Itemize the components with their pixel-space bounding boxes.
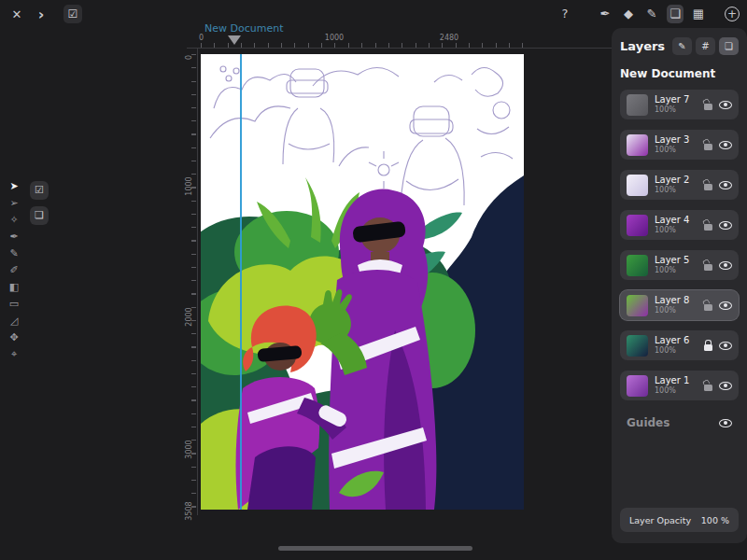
vertical-ruler: 0 1000 2000 3000 3508: [183, 49, 198, 515]
layer-opacity: 100%: [655, 226, 698, 235]
layer-thumbnail: [627, 335, 648, 357]
zoom-tool[interactable]: ⌖: [7, 347, 21, 361]
ruler-label: 0: [199, 34, 204, 42]
horizontal-scrollbar[interactable]: [278, 546, 472, 551]
top-toolbar: ✕ › ☑ ? ✒ ◆ ✎ ❏ ▦ +: [0, 0, 747, 28]
lock-icon[interactable]: [704, 184, 712, 190]
layer-thumbnail: [627, 255, 648, 276]
visibility-eye-icon[interactable]: [719, 301, 732, 310]
forward-icon[interactable]: ›: [32, 6, 50, 23]
lock-icon[interactable]: [704, 264, 712, 271]
layer-thumbnail: [627, 215, 648, 236]
document-section-title: New Document: [620, 67, 739, 80]
snapping-button[interactable]: ☑: [30, 181, 49, 200]
close-icon[interactable]: ✕: [7, 7, 26, 21]
lock-icon[interactable]: [704, 304, 712, 311]
duplicate-button[interactable]: ❏: [719, 37, 739, 55]
layer-row[interactable]: Layer 2 100%: [620, 170, 739, 200]
lock-icon[interactable]: [704, 104, 712, 110]
erase-tool[interactable]: ◿: [7, 314, 21, 328]
shape-tool[interactable]: ▭: [7, 297, 21, 311]
ruler-label: 2480: [440, 34, 458, 42]
layer-row[interactable]: Layer 5 100%: [620, 250, 739, 280]
layer-name: Layer 2: [655, 175, 698, 186]
lock-icon[interactable]: [704, 224, 712, 231]
layer-opacity-value: 100 %: [701, 515, 729, 525]
canvas[interactable]: [201, 54, 524, 510]
canvas-artwork: [201, 54, 524, 510]
ruler-label: 1000: [325, 34, 344, 42]
horizontal-ruler: 0 1000 2480: [187, 34, 614, 49]
select-check-icon[interactable]: ☑: [63, 5, 82, 23]
visibility-eye-icon[interactable]: [719, 181, 732, 189]
vertical-guide[interactable]: [240, 54, 242, 510]
layer-thumbnail: [627, 134, 648, 156]
layer-name: Layer 1: [655, 375, 698, 386]
help-icon[interactable]: ?: [557, 5, 573, 23]
grid-studio-icon[interactable]: ▦: [690, 5, 707, 23]
vector-persona-icon[interactable]: ✒: [597, 5, 613, 23]
layer-thumbnail: [627, 94, 648, 116]
layer-opacity-label: Layer Opacity: [629, 515, 701, 525]
layer-name: Layer 8: [655, 295, 698, 306]
layer-row[interactable]: Layer 7 100%: [620, 90, 739, 119]
layer-row[interactable]: Layer 1 100%: [620, 371, 739, 400]
ruler-label: 3000: [185, 436, 193, 464]
ruler-guide-marker[interactable]: [228, 35, 241, 45]
layer-opacity: 100%: [655, 306, 698, 315]
grid-button[interactable]: #: [696, 37, 715, 55]
ruler-ticks: [201, 43, 524, 48]
draw-persona-icon[interactable]: ✎: [643, 5, 660, 23]
lock-icon[interactable]: [704, 144, 712, 150]
layer-opacity: 100%: [655, 186, 698, 195]
layer-opacity: 100%: [655, 146, 698, 155]
layer-opacity-control[interactable]: Layer Opacity 100 %: [620, 508, 739, 532]
layer-opacity: 100%: [655, 105, 698, 115]
layer-thumbnail: [627, 175, 648, 196]
layer-name: Layer 6: [655, 335, 698, 346]
edit-layer-button[interactable]: ✎: [672, 37, 692, 55]
guides-label: Guides: [627, 416, 719, 429]
tool-options: ☑ ❏: [30, 181, 49, 225]
ruler-label: 0: [185, 44, 193, 72]
lock-icon[interactable]: [704, 385, 712, 391]
layers-panel-title: Layers: [620, 39, 669, 53]
layers-studio-icon[interactable]: ❏: [667, 5, 684, 23]
pan-tool[interactable]: ✥: [7, 330, 21, 344]
clipboard-button[interactable]: ❏: [30, 206, 49, 225]
layer-opacity: 100%: [655, 386, 698, 396]
ruler-label: 2000: [185, 303, 193, 331]
brush-tool[interactable]: ✐: [7, 263, 21, 277]
pixel-persona-icon[interactable]: ◆: [620, 5, 637, 23]
ruler-label: 3508: [185, 497, 193, 525]
visibility-eye-icon[interactable]: [719, 101, 732, 109]
layer-name: Layer 7: [655, 94, 698, 105]
layer-row[interactable]: Layer 8 100%: [620, 290, 739, 320]
layer-row[interactable]: Layer 6 100%: [620, 330, 739, 360]
layer-row[interactable]: Layer 3 100%: [620, 130, 739, 160]
guides-row[interactable]: Guides: [620, 413, 739, 433]
ruler-label: 1000: [185, 173, 193, 201]
layer-thumbnail: [627, 295, 648, 316]
visibility-eye-icon[interactable]: [719, 382, 732, 390]
visibility-eye-icon[interactable]: [719, 221, 732, 230]
move-tool[interactable]: ➤: [7, 179, 21, 193]
layer-opacity: 100%: [655, 266, 698, 275]
layer-name: Layer 3: [655, 134, 698, 146]
layer-name: Layer 4: [655, 215, 698, 226]
pencil-tool[interactable]: ✎: [7, 246, 21, 260]
pen-tool[interactable]: ✒: [7, 230, 21, 244]
layer-thumbnail: [627, 375, 648, 397]
visibility-eye-icon[interactable]: [719, 141, 732, 149]
node-tool[interactable]: ➢: [7, 196, 21, 210]
layers-panel: Layers ✎ # ❏ New Document Layer 7 100% L…: [612, 28, 747, 543]
add-icon[interactable]: +: [725, 7, 740, 21]
layer-name: Layer 5: [655, 255, 698, 266]
visibility-eye-icon[interactable]: [719, 261, 732, 270]
visibility-eye-icon[interactable]: [719, 342, 732, 350]
fill-tool[interactable]: ◧: [7, 280, 21, 294]
layer-row[interactable]: Layer 4 100%: [620, 210, 739, 240]
contour-tool[interactable]: ✧: [7, 213, 21, 227]
visibility-eye-icon[interactable]: [719, 419, 732, 427]
lock-icon[interactable]: [704, 344, 712, 351]
